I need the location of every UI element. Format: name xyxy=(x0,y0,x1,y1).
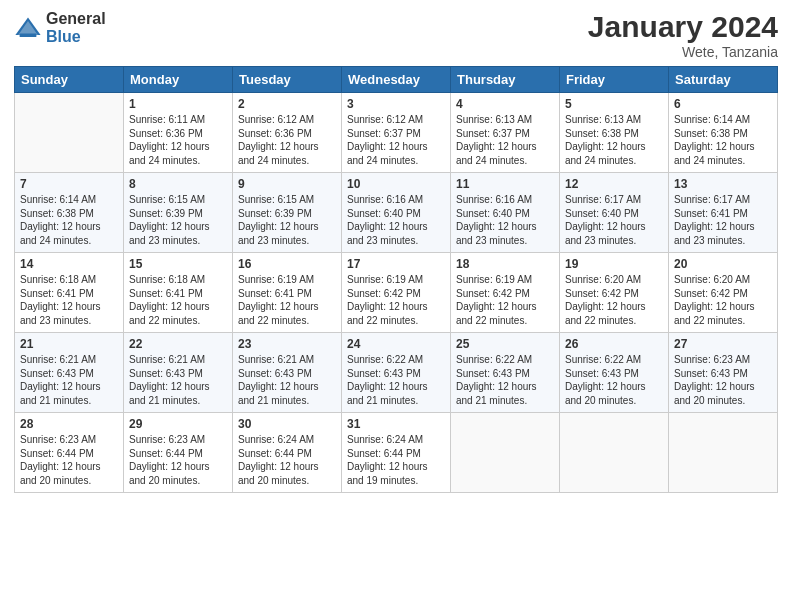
calendar-cell: 14Sunrise: 6:18 AM Sunset: 6:41 PM Dayli… xyxy=(15,253,124,333)
day-info: Sunrise: 6:20 AM Sunset: 6:42 PM Dayligh… xyxy=(565,273,663,327)
day-number: 22 xyxy=(129,337,227,351)
calendar-cell xyxy=(560,413,669,493)
calendar-cell: 27Sunrise: 6:23 AM Sunset: 6:43 PM Dayli… xyxy=(669,333,778,413)
day-info: Sunrise: 6:17 AM Sunset: 6:40 PM Dayligh… xyxy=(565,193,663,247)
calendar-cell: 17Sunrise: 6:19 AM Sunset: 6:42 PM Dayli… xyxy=(342,253,451,333)
day-info: Sunrise: 6:21 AM Sunset: 6:43 PM Dayligh… xyxy=(20,353,118,407)
day-info: Sunrise: 6:15 AM Sunset: 6:39 PM Dayligh… xyxy=(238,193,336,247)
calendar-cell: 3Sunrise: 6:12 AM Sunset: 6:37 PM Daylig… xyxy=(342,93,451,173)
day-number: 11 xyxy=(456,177,554,191)
calendar-col-saturday: Saturday xyxy=(669,67,778,93)
day-number: 27 xyxy=(674,337,772,351)
calendar-week-row: 14Sunrise: 6:18 AM Sunset: 6:41 PM Dayli… xyxy=(15,253,778,333)
day-info: Sunrise: 6:19 AM Sunset: 6:41 PM Dayligh… xyxy=(238,273,336,327)
calendar-week-row: 7Sunrise: 6:14 AM Sunset: 6:38 PM Daylig… xyxy=(15,173,778,253)
day-number: 3 xyxy=(347,97,445,111)
day-info: Sunrise: 6:20 AM Sunset: 6:42 PM Dayligh… xyxy=(674,273,772,327)
svg-rect-2 xyxy=(20,33,37,37)
day-number: 18 xyxy=(456,257,554,271)
day-number: 23 xyxy=(238,337,336,351)
day-info: Sunrise: 6:12 AM Sunset: 6:37 PM Dayligh… xyxy=(347,113,445,167)
location: Wete, Tanzania xyxy=(588,44,778,60)
calendar-cell xyxy=(669,413,778,493)
day-number: 24 xyxy=(347,337,445,351)
day-number: 2 xyxy=(238,97,336,111)
calendar-cell: 24Sunrise: 6:22 AM Sunset: 6:43 PM Dayli… xyxy=(342,333,451,413)
calendar-col-friday: Friday xyxy=(560,67,669,93)
day-info: Sunrise: 6:24 AM Sunset: 6:44 PM Dayligh… xyxy=(347,433,445,487)
day-info: Sunrise: 6:12 AM Sunset: 6:36 PM Dayligh… xyxy=(238,113,336,167)
calendar-cell: 11Sunrise: 6:16 AM Sunset: 6:40 PM Dayli… xyxy=(451,173,560,253)
logo-icon xyxy=(14,14,42,42)
calendar-cell: 7Sunrise: 6:14 AM Sunset: 6:38 PM Daylig… xyxy=(15,173,124,253)
day-info: Sunrise: 6:19 AM Sunset: 6:42 PM Dayligh… xyxy=(456,273,554,327)
day-info: Sunrise: 6:22 AM Sunset: 6:43 PM Dayligh… xyxy=(347,353,445,407)
calendar-cell: 4Sunrise: 6:13 AM Sunset: 6:37 PM Daylig… xyxy=(451,93,560,173)
calendar-cell: 10Sunrise: 6:16 AM Sunset: 6:40 PM Dayli… xyxy=(342,173,451,253)
day-info: Sunrise: 6:23 AM Sunset: 6:43 PM Dayligh… xyxy=(674,353,772,407)
day-number: 29 xyxy=(129,417,227,431)
day-info: Sunrise: 6:22 AM Sunset: 6:43 PM Dayligh… xyxy=(456,353,554,407)
calendar-cell: 9Sunrise: 6:15 AM Sunset: 6:39 PM Daylig… xyxy=(233,173,342,253)
calendar-cell: 2Sunrise: 6:12 AM Sunset: 6:36 PM Daylig… xyxy=(233,93,342,173)
title-block: January 2024 Wete, Tanzania xyxy=(588,10,778,60)
calendar-cell: 25Sunrise: 6:22 AM Sunset: 6:43 PM Dayli… xyxy=(451,333,560,413)
calendar-cell: 8Sunrise: 6:15 AM Sunset: 6:39 PM Daylig… xyxy=(124,173,233,253)
month-year: January 2024 xyxy=(588,10,778,44)
calendar-week-row: 21Sunrise: 6:21 AM Sunset: 6:43 PM Dayli… xyxy=(15,333,778,413)
day-info: Sunrise: 6:16 AM Sunset: 6:40 PM Dayligh… xyxy=(456,193,554,247)
calendar-cell: 12Sunrise: 6:17 AM Sunset: 6:40 PM Dayli… xyxy=(560,173,669,253)
day-number: 30 xyxy=(238,417,336,431)
day-info: Sunrise: 6:22 AM Sunset: 6:43 PM Dayligh… xyxy=(565,353,663,407)
calendar-cell: 26Sunrise: 6:22 AM Sunset: 6:43 PM Dayli… xyxy=(560,333,669,413)
day-number: 4 xyxy=(456,97,554,111)
day-number: 8 xyxy=(129,177,227,191)
calendar-cell xyxy=(451,413,560,493)
day-number: 28 xyxy=(20,417,118,431)
day-info: Sunrise: 6:16 AM Sunset: 6:40 PM Dayligh… xyxy=(347,193,445,247)
day-number: 7 xyxy=(20,177,118,191)
calendar-cell: 29Sunrise: 6:23 AM Sunset: 6:44 PM Dayli… xyxy=(124,413,233,493)
day-info: Sunrise: 6:17 AM Sunset: 6:41 PM Dayligh… xyxy=(674,193,772,247)
calendar-week-row: 28Sunrise: 6:23 AM Sunset: 6:44 PM Dayli… xyxy=(15,413,778,493)
day-info: Sunrise: 6:18 AM Sunset: 6:41 PM Dayligh… xyxy=(20,273,118,327)
calendar-cell: 30Sunrise: 6:24 AM Sunset: 6:44 PM Dayli… xyxy=(233,413,342,493)
calendar-col-sunday: Sunday xyxy=(15,67,124,93)
day-number: 26 xyxy=(565,337,663,351)
page: General Blue January 2024 Wete, Tanzania… xyxy=(0,0,792,612)
day-info: Sunrise: 6:18 AM Sunset: 6:41 PM Dayligh… xyxy=(129,273,227,327)
calendar-cell: 6Sunrise: 6:14 AM Sunset: 6:38 PM Daylig… xyxy=(669,93,778,173)
day-number: 20 xyxy=(674,257,772,271)
calendar-col-monday: Monday xyxy=(124,67,233,93)
calendar-table: SundayMondayTuesdayWednesdayThursdayFrid… xyxy=(14,66,778,493)
calendar-col-tuesday: Tuesday xyxy=(233,67,342,93)
day-number: 1 xyxy=(129,97,227,111)
day-info: Sunrise: 6:23 AM Sunset: 6:44 PM Dayligh… xyxy=(129,433,227,487)
calendar-cell: 13Sunrise: 6:17 AM Sunset: 6:41 PM Dayli… xyxy=(669,173,778,253)
logo: General Blue xyxy=(14,10,106,45)
calendar-cell: 19Sunrise: 6:20 AM Sunset: 6:42 PM Dayli… xyxy=(560,253,669,333)
day-info: Sunrise: 6:14 AM Sunset: 6:38 PM Dayligh… xyxy=(674,113,772,167)
day-number: 17 xyxy=(347,257,445,271)
calendar-cell: 1Sunrise: 6:11 AM Sunset: 6:36 PM Daylig… xyxy=(124,93,233,173)
day-number: 6 xyxy=(674,97,772,111)
calendar-week-row: 1Sunrise: 6:11 AM Sunset: 6:36 PM Daylig… xyxy=(15,93,778,173)
calendar-cell: 15Sunrise: 6:18 AM Sunset: 6:41 PM Dayli… xyxy=(124,253,233,333)
day-number: 16 xyxy=(238,257,336,271)
calendar-cell xyxy=(15,93,124,173)
day-info: Sunrise: 6:21 AM Sunset: 6:43 PM Dayligh… xyxy=(238,353,336,407)
calendar-cell: 22Sunrise: 6:21 AM Sunset: 6:43 PM Dayli… xyxy=(124,333,233,413)
day-number: 5 xyxy=(565,97,663,111)
day-info: Sunrise: 6:11 AM Sunset: 6:36 PM Dayligh… xyxy=(129,113,227,167)
day-info: Sunrise: 6:24 AM Sunset: 6:44 PM Dayligh… xyxy=(238,433,336,487)
logo-text: General Blue xyxy=(46,10,106,45)
calendar-header-row: SundayMondayTuesdayWednesdayThursdayFrid… xyxy=(15,67,778,93)
day-info: Sunrise: 6:13 AM Sunset: 6:38 PM Dayligh… xyxy=(565,113,663,167)
day-number: 25 xyxy=(456,337,554,351)
day-info: Sunrise: 6:15 AM Sunset: 6:39 PM Dayligh… xyxy=(129,193,227,247)
header: General Blue January 2024 Wete, Tanzania xyxy=(14,10,778,60)
day-number: 9 xyxy=(238,177,336,191)
day-number: 12 xyxy=(565,177,663,191)
day-info: Sunrise: 6:23 AM Sunset: 6:44 PM Dayligh… xyxy=(20,433,118,487)
logo-general-text: General xyxy=(46,10,106,28)
